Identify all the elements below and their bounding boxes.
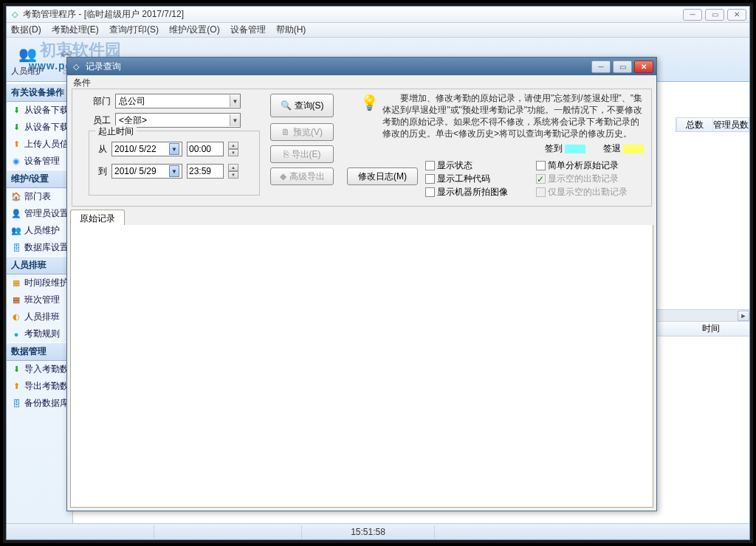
export-icon: ⬆: [11, 381, 21, 392]
sidebar-item[interactable]: 👤管理员设置: [7, 205, 72, 222]
to-label: 到: [94, 165, 107, 178]
chk-only-empty-row: 仅显示空的出勤记录: [536, 185, 628, 198]
status-seg-1: [7, 525, 154, 539]
from-row: 从 2010/ 5/22▼ 00:00 ▲▼: [94, 142, 238, 156]
query-button[interactable]: 🔍查询(S): [270, 94, 334, 117]
sidebar-item[interactable]: ▦班次管理: [7, 291, 72, 308]
sidebar: 有关设备操作 ⬇从设备下载 ⬇从设备下载 ⬆上传人员信 ◉设备管理 维护/设置 …: [7, 83, 73, 523]
minimize-button[interactable]: ─: [683, 9, 702, 21]
sidebar-item[interactable]: ⬆导出考勤数: [7, 378, 72, 395]
condition-box: 部门 总公司▼ 员工 <全部>▼ 起止时间 从 2010/ 5/22▼ 00:0…: [72, 89, 652, 207]
chk-jobcode-row[interactable]: 显示工种代码: [425, 172, 508, 185]
menu-attendance[interactable]: 考勤处理(E): [52, 24, 99, 36]
export-icon: ⎘: [284, 149, 289, 159]
statusbar: 15:51:58: [7, 523, 749, 539]
time-icon: ▦: [11, 278, 21, 288]
chk-show-empty-row: 显示空的出勤记录: [536, 172, 628, 185]
schedule-icon: ◐: [11, 312, 21, 322]
app-icon: ◇: [10, 10, 20, 20]
sidebar-item[interactable]: ⬆上传人员信: [7, 136, 72, 153]
checkbox: [536, 187, 546, 197]
db-icon: 🗄: [11, 243, 21, 253]
to-time-spinner[interactable]: ▲▼: [228, 164, 238, 179]
close-button[interactable]: ✕: [727, 9, 746, 21]
preview-button[interactable]: 🗎预览(V): [270, 123, 334, 141]
sidebar-item[interactable]: ⬇从设备下载: [7, 119, 72, 136]
sidebar-item[interactable]: ▦时间段维护: [7, 274, 72, 291]
dialog-close-button[interactable]: ✕: [634, 61, 653, 73]
export-button[interactable]: ⎘导出(E): [270, 145, 334, 163]
from-label: 从: [94, 143, 107, 156]
chk-simple-row[interactable]: 简单分析原始记录: [536, 159, 628, 172]
side-group-device: 有关设备操作: [7, 83, 72, 102]
calendar-dropdown-icon[interactable]: ▼: [169, 143, 179, 155]
chevron-down-icon: ▼: [230, 114, 240, 126]
legend-checkout: 签退: [603, 142, 644, 155]
dialog-maximize-button[interactable]: ▭: [613, 61, 632, 73]
to-row: 到 2010/ 5/29▼ 23:59 ▲▼: [94, 164, 238, 179]
rule-icon: ●: [11, 329, 21, 339]
tab-strip: 原始记录: [70, 210, 653, 226]
shift-icon: ▦: [11, 295, 21, 305]
chk-col-right: 简单分析原始记录 显示空的出勤记录 仅显示空的出勤记录: [536, 159, 628, 198]
legend: 签到 签退: [545, 142, 644, 155]
dept-combo[interactable]: 总公司▼: [115, 94, 241, 108]
tab-content: [70, 225, 653, 508]
checkbox[interactable]: [425, 161, 435, 170]
sidebar-item[interactable]: ●考勤规则: [7, 325, 72, 342]
sidebar-item[interactable]: ◐人员排班: [7, 308, 72, 325]
time-range-box: 起止时间 从 2010/ 5/22▼ 00:00 ▲▼ 到 2010/ 5/29…: [89, 131, 260, 196]
sidebar-item[interactable]: 🗄数据库设置: [7, 239, 72, 256]
sidebar-item[interactable]: 🏠部门表: [7, 188, 72, 205]
main-title: 考勤管理程序 - [临时超级用户 2017/7/12]: [23, 8, 184, 21]
sidebar-item[interactable]: ⬇从设备下载: [7, 102, 72, 119]
side-group-maintain: 维护/设置: [7, 170, 72, 188]
maximize-button[interactable]: ▭: [705, 9, 724, 21]
dialog-icon: ◇: [70, 61, 82, 72]
dept-label: 部门: [87, 95, 111, 108]
condition-label: 条件: [73, 77, 91, 89]
status-seg-2: [154, 525, 302, 539]
chk-status-row[interactable]: 显示状态: [425, 159, 508, 172]
sidebar-item[interactable]: 🗄备份数据库: [7, 395, 72, 412]
status-time: 15:51:58: [302, 525, 435, 539]
modify-log-button[interactable]: 修改日志(M): [347, 167, 418, 185]
menu-help[interactable]: 帮助(H): [276, 24, 306, 36]
dialog-body: 条件 部门 总公司▼ 员工 <全部>▼ 起止时间 从 2010/ 5/22▼: [67, 75, 656, 511]
to-date-input[interactable]: 2010/ 5/29▼: [111, 164, 182, 179]
from-time-input[interactable]: 00:00: [187, 142, 224, 156]
col-total: 总数: [676, 119, 712, 131]
menu-maintain[interactable]: 维护/设置(O): [169, 24, 220, 36]
from-time-spinner[interactable]: ▲▼: [228, 142, 238, 156]
sidebar-item[interactable]: ◉设备管理: [7, 153, 72, 170]
checkbox[interactable]: [536, 161, 546, 170]
column-headers: 总数 管理员数: [676, 117, 749, 132]
legend-checkin: 签到: [545, 142, 585, 155]
main-titlebar: ◇ 考勤管理程序 - [临时超级用户 2017/7/12] ─ ▭ ✕: [7, 7, 749, 23]
hint-icon: 💡: [359, 92, 379, 113]
checkbox[interactable]: [425, 187, 435, 197]
dialog-title: 记录查询: [86, 61, 121, 73]
menu-query[interactable]: 查询/打印(S): [109, 24, 159, 36]
adv-export-button[interactable]: ◆高级导出: [270, 167, 334, 185]
checkbox: [536, 174, 546, 184]
sidebar-item[interactable]: 👥人员维护: [7, 222, 72, 239]
chk-photo-row[interactable]: 显示机器所拍图像: [425, 185, 508, 198]
to-time-input[interactable]: 23:59: [187, 164, 224, 179]
side-group-schedule: 人员排班: [7, 256, 72, 274]
menu-data[interactable]: 数据(D): [11, 24, 41, 36]
dialog-titlebar[interactable]: ◇ 记录查询 ─ ▭ ✕: [67, 58, 656, 75]
upload-icon: ⬆: [11, 139, 21, 150]
col-admin: 管理员数: [712, 119, 749, 131]
import-icon: ⬇: [11, 364, 21, 375]
sidebar-item[interactable]: ⬇导入考勤数: [7, 361, 72, 378]
admin-icon: 👤: [11, 209, 21, 219]
status-seg-4: [435, 525, 749, 539]
from-date-input[interactable]: 2010/ 5/22▼: [111, 142, 182, 156]
scroll-right-icon[interactable]: ►: [738, 311, 749, 321]
preview-icon: 🗎: [281, 127, 290, 137]
menu-device[interactable]: 设备管理: [230, 24, 266, 36]
checkbox[interactable]: [425, 174, 435, 184]
calendar-dropdown-icon[interactable]: ▼: [169, 165, 179, 177]
dialog-minimize-button[interactable]: ─: [591, 61, 611, 73]
